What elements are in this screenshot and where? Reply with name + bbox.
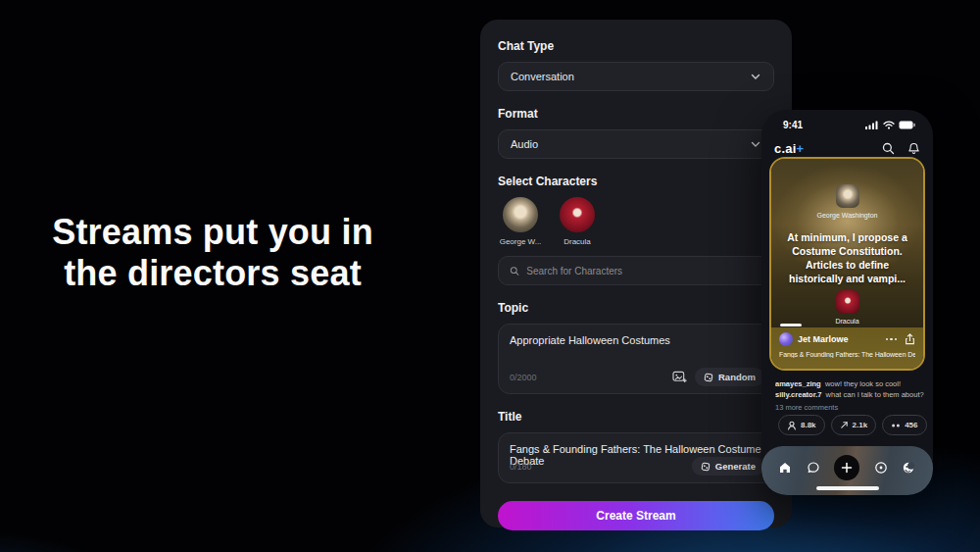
stream-actions: 8.8k 2.1k 456 143 — [772, 415, 933, 435]
selected-characters: George W... Dracula — [498, 197, 774, 246]
bell-icon[interactable] — [907, 142, 920, 155]
logo-text: c.ai — [774, 141, 796, 156]
format-select[interactable]: Audio — [498, 129, 774, 159]
app-header: c.ai+ — [761, 137, 933, 159]
select-characters-label: Select Characters — [498, 175, 774, 188]
title-field[interactable]: Fangs & Founding Fathers: The Halloween … — [498, 432, 774, 483]
share-icon[interactable] — [905, 333, 915, 345]
views-stat-pill[interactable]: 456 — [882, 415, 926, 435]
topic-counter: 0/2000 — [510, 373, 537, 382]
dracula-avatar — [560, 197, 595, 232]
arrow-up-right-icon — [840, 421, 849, 429]
search-icon[interactable] — [882, 142, 895, 155]
search-input[interactable] — [526, 266, 762, 276]
home-indicator — [816, 486, 879, 490]
discover-icon — [874, 461, 888, 475]
eyes-icon — [891, 423, 901, 428]
create-stream-button[interactable]: Create Stream — [498, 501, 774, 530]
comment-username: amayes_zing — [775, 379, 821, 388]
format-value: Audio — [511, 138, 538, 150]
home-icon — [778, 461, 792, 475]
character-search — [498, 256, 774, 285]
create-stream-panel: Chat Type Conversation Format Audio Sele… — [480, 20, 792, 527]
chat-type-value: Conversation — [511, 71, 574, 82]
random-label: Random — [718, 372, 756, 382]
creator-name: Jet Marlowe — [798, 334, 849, 344]
chat-bubble-icon — [807, 461, 820, 475]
logo-plus: + — [796, 141, 804, 156]
stream-card[interactable]: George Washington At minimum, I propose … — [769, 157, 925, 371]
shares-stat-pill[interactable]: 2.1k — [831, 415, 877, 435]
stream-quote: At minimum, I propose a Costume Constitu… — [779, 231, 915, 285]
search-icon — [510, 266, 519, 276]
character-chip-dracula[interactable]: Dracula — [555, 197, 600, 246]
chevron-down-icon — [750, 138, 761, 150]
generate-title-button[interactable]: Generate — [692, 457, 764, 476]
cai-logo: c.ai+ — [774, 141, 804, 156]
dice-icon — [704, 373, 713, 382]
stream-card-media: George Washington At minimum, I propose … — [771, 159, 923, 331]
stat-value: 8.8k — [801, 421, 816, 429]
title-label: Title — [498, 410, 774, 424]
nav-chats[interactable] — [807, 461, 820, 475]
character-name: George W... — [498, 237, 543, 246]
nav-profile[interactable] — [902, 461, 916, 475]
chat-type-label: Chat Type — [498, 39, 774, 53]
format-label: Format — [498, 107, 774, 121]
topic-label: Topic — [498, 301, 774, 315]
random-topic-button[interactable]: Random — [695, 368, 764, 386]
nav-create[interactable] — [834, 455, 859, 480]
dice-icon — [701, 462, 710, 472]
more-options-icon[interactable] — [886, 338, 898, 341]
stream-title: Fangs & Founding Fathers: The Halloween … — [779, 351, 915, 358]
comment: amayes_zing wow! they look so cool! — [775, 378, 925, 389]
stream-progress-bar — [780, 324, 802, 326]
character-name: Dracula — [555, 237, 600, 246]
marketing-screenshot: Streams put you in the directors seat Ch… — [0, 0, 980, 552]
comment: silly.creator.7 what can I talk to them … — [775, 389, 925, 400]
character-bust-icon — [787, 421, 797, 430]
battery-icon — [899, 121, 915, 129]
stat-value: 456 — [905, 421, 917, 429]
george-washington-avatar — [836, 184, 859, 208]
topic-field[interactable]: Appropriate Halloween Costumes 0/2000 Ra… — [498, 324, 774, 394]
add-image-icon[interactable] — [672, 371, 687, 383]
character-chip-george-washington[interactable]: George W... — [498, 197, 543, 246]
nav-home[interactable] — [778, 461, 792, 475]
more-comments-link[interactable]: 13 more comments — [775, 403, 925, 412]
hero-headline: Streams put you in the directors seat — [51, 212, 374, 295]
comment-username: silly.creator.7 — [775, 390, 821, 399]
dracula-avatar — [836, 290, 859, 314]
wifi-icon — [883, 121, 895, 129]
nav-discover[interactable] — [874, 461, 888, 475]
characters-stat-pill[interactable]: 8.8k — [778, 415, 825, 435]
create-plus-icon — [841, 462, 853, 474]
stat-value: 2.1k — [853, 421, 868, 429]
phone-mockup: 9:41 c.ai+ George Washington At minimum,… — [761, 110, 933, 495]
signal-icon — [865, 121, 879, 129]
comment-text: what can I talk to them about? Is it so.… — [826, 390, 925, 399]
chevron-down-icon — [750, 71, 761, 82]
comment-text: wow! they look so cool! — [825, 379, 901, 388]
generate-label: Generate — [715, 461, 756, 472]
status-time: 9:41 — [783, 120, 803, 130]
creator-avatar — [779, 332, 793, 346]
profile-icon — [902, 461, 916, 475]
stream-card-footer: Jet Marlowe Fangs & Founding Fathers: Th… — [771, 327, 923, 369]
topic-value: Appropriate Halloween Costumes — [510, 334, 670, 346]
chat-type-select[interactable]: Conversation — [498, 62, 774, 91]
title-counter: 0/180 — [510, 462, 532, 472]
top-character-name: George Washington — [771, 212, 923, 219]
status-bar: 9:41 — [761, 118, 933, 131]
comments-section: amayes_zing wow! they look so cool! sill… — [775, 378, 925, 412]
george-washington-avatar — [503, 197, 538, 232]
